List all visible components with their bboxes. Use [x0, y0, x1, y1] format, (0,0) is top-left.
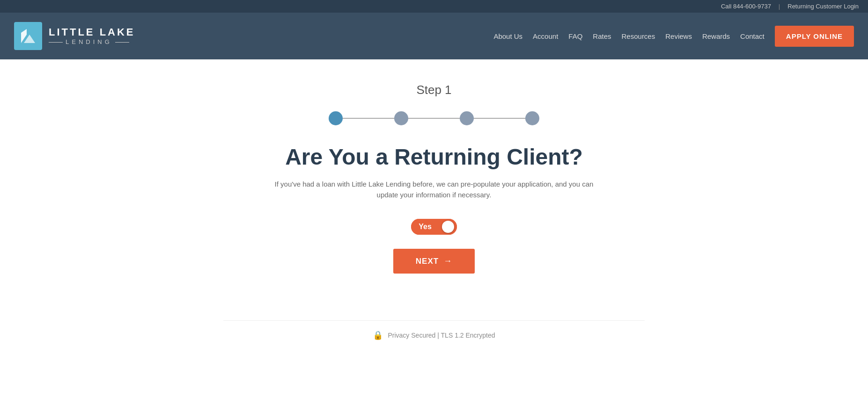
header: LITTLE LAKE LENDING About Us Account FAQ… — [0, 13, 868, 59]
main-description: If you've had a loan with Little Lake Le… — [270, 179, 598, 200]
step-label: Step 1 — [416, 83, 451, 97]
returning-customer-login-link[interactable]: Returning Customer Login — [787, 3, 859, 10]
nav-about-us[interactable]: About Us — [493, 32, 522, 40]
brand-sub: LENDING — [49, 38, 135, 46]
toggle-container[interactable]: Yes — [411, 219, 457, 235]
divider: | — [779, 3, 780, 10]
toggle-circle-area — [439, 219, 457, 235]
brand-name: LITTLE LAKE — [49, 26, 135, 38]
next-button[interactable]: NEXT → — [393, 249, 475, 274]
nav-contact[interactable]: Contact — [740, 32, 765, 40]
step-dot-4 — [525, 111, 539, 125]
step-line-2 — [408, 118, 460, 119]
main-nav: About Us Account FAQ Rates Resources Rev… — [493, 26, 854, 47]
nav-faq[interactable]: FAQ — [568, 32, 582, 40]
svg-rect-0 — [17, 25, 39, 47]
nav-reviews[interactable]: Reviews — [665, 32, 692, 40]
step-line-3 — [474, 118, 525, 119]
nav-account[interactable]: Account — [533, 32, 558, 40]
lock-icon: 🔒 — [373, 330, 383, 340]
toggle-yes-label: Yes — [411, 219, 439, 235]
next-label: NEXT — [416, 257, 439, 266]
apply-online-button[interactable]: APPLY ONLINE — [775, 26, 854, 47]
step-line-1 — [343, 118, 394, 119]
logo-area: LITTLE LAKE LENDING — [14, 22, 135, 50]
arrow-icon: → — [443, 256, 452, 266]
phone-number: Call 844-600-9737 — [721, 3, 771, 10]
security-text: Privacy Secured | TLS 1.2 Encrypted — [388, 332, 495, 339]
top-bar: Call 844-600-9737 | Returning Customer L… — [0, 0, 868, 13]
main-title: Are You a Returning Client? — [285, 144, 583, 170]
logo-icon — [14, 22, 42, 50]
nav-resources[interactable]: Resources — [622, 32, 655, 40]
logo-text: LITTLE LAKE LENDING — [49, 26, 135, 46]
security-footer: 🔒 Privacy Secured | TLS 1.2 Encrypted — [223, 320, 645, 340]
logo-svg — [17, 25, 39, 47]
step-dot-1 — [329, 111, 343, 125]
toggle-circle — [442, 221, 454, 233]
step-dot-2 — [394, 111, 408, 125]
main-content: Step 1 Are You a Returning Client? If yo… — [0, 59, 868, 368]
nav-rates[interactable]: Rates — [593, 32, 611, 40]
nav-rewards[interactable]: Rewards — [702, 32, 730, 40]
yes-toggle[interactable]: Yes — [411, 219, 457, 235]
step-dot-3 — [460, 111, 474, 125]
progress-steps — [329, 111, 539, 125]
